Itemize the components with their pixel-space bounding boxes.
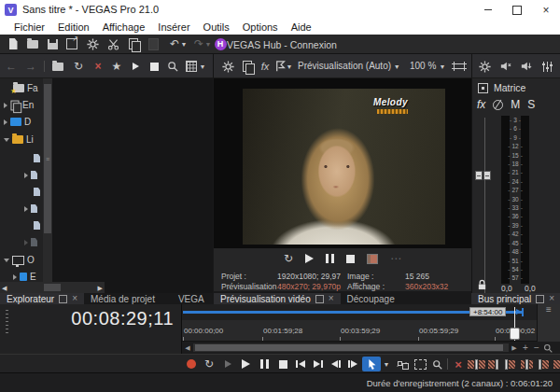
menu-affichage[interactable]: Affichage [96,21,152,33]
float-window-icon[interactable] [59,295,67,303]
downmix-button[interactable] [518,59,535,74]
open-project-button[interactable] [24,36,41,51]
pause-button[interactable] [257,357,272,371]
tree-item-drive[interactable]: D [4,116,31,128]
explorer-back-button[interactable]: ← [3,59,20,74]
previous-frame-button[interactable] [329,357,343,371]
scroll-right-icon[interactable]: ▶ [98,285,103,291]
close-tab-icon[interactable]: × [72,294,77,303]
trim-clipped-button[interactable] [553,357,560,371]
menu-fichier[interactable]: Fichier [7,21,51,33]
split-trim-left-button[interactable] [520,357,534,371]
explorer-play-button[interactable] [127,59,144,74]
float-window-icon[interactable] [536,295,544,303]
explorer-views-dropdown[interactable]: ▼ [198,59,207,74]
preview-quality-dropdown[interactable]: Prévisualisation (Auto) ▼ [298,61,400,71]
trim-left-button[interactable] [486,357,500,371]
explorer-favorite-button[interactable]: ★ [108,59,125,74]
tree-subitem[interactable] [24,236,37,248]
video-output-fx-button[interactable]: fx [257,59,273,74]
trim-right-button[interactable] [503,357,517,371]
delete-button[interactable]: × [452,357,465,371]
paste-button[interactable] [145,36,161,51]
maximize-button[interactable] [503,0,531,20]
tree-subitem[interactable] [24,203,37,215]
explorer-refresh-button[interactable]: ↻ [70,59,87,74]
scrollbar-thumb[interactable] [195,344,503,351]
tree-subitem[interactable] [34,186,40,198]
volume-fader-right[interactable] [483,171,491,180]
trim-start-button[interactable] [469,357,483,371]
cut-button[interactable] [105,36,121,51]
explorer-parent-folder-button[interactable] [49,59,66,74]
scroll-left-icon[interactable]: ◀ [2,285,7,291]
explorer-autopreview-button[interactable] [164,59,181,74]
explorer-forward-button[interactable]: → [22,59,39,74]
matrice-row[interactable]: Matrice [478,82,525,93]
explorer-delete-button[interactable]: × [90,59,106,74]
project-properties-button[interactable] [63,36,80,51]
timeline-scrollbar-track[interactable] [193,343,509,352]
play-from-start-button[interactable] [220,357,235,371]
loop-playback-icon[interactable]: ↻ [284,253,293,264]
tab-explorateur[interactable]: Explorateur × [0,293,84,304]
tab-previsualisation-video[interactable]: Prévisualisation vidéo × [214,293,341,304]
tab-bus-principal[interactable]: Bus principal × [471,293,560,304]
loop-playback-button[interactable]: ↻ [202,357,217,371]
preview-properties-button[interactable] [219,59,236,74]
grid-overlay-button[interactable] [451,59,468,74]
go-to-end-button[interactable] [311,357,326,371]
go-to-start-button[interactable] [293,357,308,371]
scroll-left-button[interactable]: ◀ [182,343,193,353]
pan-crop-dropdown[interactable]: ▼ [285,59,294,74]
save-project-button[interactable] [44,36,61,51]
explorer-horizontal-scrollbar[interactable]: ◀ ▶ [0,282,105,293]
snapshot-button[interactable] [239,59,256,74]
menu-outils[interactable]: Outils [197,21,236,33]
solo-button[interactable]: S [527,98,535,111]
menu-options[interactable]: Options [236,21,285,33]
tree-item-favorites[interactable]: ★ Fa [13,82,38,94]
selection-edit-tool-button[interactable] [412,357,428,371]
tree-item-computer[interactable]: O [4,254,35,266]
play-icon[interactable] [305,254,314,263]
mute-button[interactable]: M [511,98,520,111]
copy-button[interactable] [125,36,142,51]
menu-inserer[interactable]: Insérer [151,21,196,33]
tree-item-library[interactable]: Li [4,133,34,146]
current-timecode[interactable]: 00:08:29;11 [0,308,174,329]
phase-invert-icon[interactable] [493,100,503,110]
envelope-tool-button[interactable] [393,357,410,371]
preferences-button[interactable] [84,36,101,51]
tab-decoupage[interactable]: Découpage [341,293,401,304]
zoom-in-button[interactable]: + [520,343,531,353]
close-button[interactable]: × [532,0,560,20]
stop-icon[interactable] [346,255,355,263]
tab-media-de-projet[interactable]: Média de projet [84,293,161,304]
explorer-file-pane[interactable] [52,78,213,293]
tree-subitem[interactable] [24,169,37,181]
scrollbar-thumb[interactable] [44,284,61,291]
more-options-icon[interactable]: ⋯ [390,253,401,264]
play-button[interactable] [238,357,253,371]
scroll-right-button[interactable]: ▶ [509,343,520,353]
tool-dropdown[interactable]: ▼ [382,357,391,371]
insert-bus-button[interactable] [497,59,514,74]
explorer-vertical-scrollbar[interactable]: ≡ [43,78,52,282]
close-tab-icon[interactable]: × [329,294,334,303]
tree-item-recordings[interactable]: En [4,99,34,111]
tab-vegas-overflow[interactable]: VEGA [161,293,211,304]
split-trim-right-button[interactable] [537,357,551,371]
scrollbar-thumb[interactable]: ≡ [44,84,51,233]
volume-fader-left[interactable] [475,171,483,180]
bus-fx-button[interactable]: fx [477,98,485,111]
pause-icon[interactable] [326,254,334,263]
open-mixer-button[interactable] [539,59,555,74]
stop-button[interactable] [275,357,290,371]
menu-aide[interactable]: Aide [285,21,318,33]
loop-end-marker[interactable] [522,308,524,316]
playhead-marker[interactable] [510,328,520,340]
meter-lock-button[interactable] [477,279,487,291]
zoom-tool-button[interactable] [542,343,553,353]
tree-subitem[interactable] [34,219,40,231]
